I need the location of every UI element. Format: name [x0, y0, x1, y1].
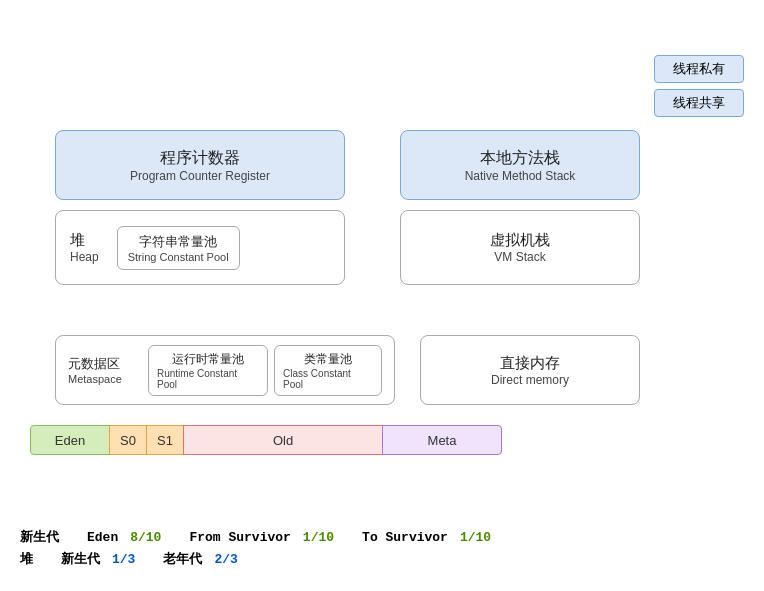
metaspace-box: 元数据区 Metaspace 运行时常量池 Runtime Constant P…: [55, 335, 395, 405]
class-pool-zh: 类常量池: [304, 351, 352, 368]
heap-zh: 堆: [70, 231, 99, 250]
bottom-line1-6: To Survivor: [362, 527, 448, 549]
bottom-text: 新生代 Eden 8/10 From Survivor 1/10 To Surv…: [20, 527, 491, 571]
native-stack-zh: 本地方法栈: [480, 148, 560, 169]
heap-label: 堆 Heap: [70, 231, 99, 264]
class-pool-en: Class Constant Pool: [283, 368, 373, 390]
direct-memory-en: Direct memory: [491, 373, 569, 387]
bottom-line2-3: 1/3: [112, 549, 135, 571]
bottom-line1-4: From Survivor: [189, 527, 290, 549]
bottom-line2-4: 老年代: [163, 549, 202, 571]
native-stack-box: 本地方法栈 Native Method Stack: [400, 130, 640, 200]
bar-eden: Eden: [30, 425, 110, 455]
bottom-line1-2: Eden: [87, 527, 118, 549]
diagram-container: 线程私有 线程共享 程序计数器 Program Counter Register…: [0, 0, 764, 591]
heap-box: 堆 Heap 字符串常量池 String Constant Pool: [55, 210, 345, 285]
bottom-line1-3: 8/10: [130, 527, 161, 549]
string-pool-zh: 字符串常量池: [139, 233, 217, 251]
bar-meta-label: Meta: [428, 433, 457, 448]
legend: 线程私有 线程共享: [654, 55, 744, 117]
bottom-line1-1: 新生代: [20, 527, 59, 549]
metaspace-en: Metaspace: [68, 373, 138, 385]
runtime-pool-box: 运行时常量池 Runtime Constant Pool: [148, 345, 268, 396]
bar-old: Old: [183, 425, 383, 455]
bar-s0: S0: [109, 425, 147, 455]
vm-stack-zh: 虚拟机栈: [490, 231, 550, 250]
legend-shared: 线程共享: [654, 89, 744, 117]
direct-memory-zh: 直接内存: [500, 354, 560, 373]
bottom-line2-5: 2/3: [214, 549, 237, 571]
metaspace-label: 元数据区 Metaspace: [68, 355, 138, 385]
bottom-line1: 新生代 Eden 8/10 From Survivor 1/10 To Surv…: [20, 527, 491, 549]
pc-register-en: Program Counter Register: [130, 169, 270, 183]
bar-s1-label: S1: [157, 433, 173, 448]
vm-stack-box: 虚拟机栈 VM Stack: [400, 210, 640, 285]
legend-private: 线程私有: [654, 55, 744, 83]
string-pool-en: String Constant Pool: [128, 251, 229, 263]
pc-register-box: 程序计数器 Program Counter Register: [55, 130, 345, 200]
runtime-pool-en: Runtime Constant Pool: [157, 368, 259, 390]
bottom-line2-2: 新生代: [61, 549, 100, 571]
vm-stack-en: VM Stack: [494, 250, 545, 264]
bar-s1: S1: [146, 425, 184, 455]
bottom-line2-1: 堆: [20, 549, 33, 571]
bar-old-label: Old: [273, 433, 293, 448]
legend-shared-label: 线程共享: [673, 95, 725, 110]
bottom-line2: 堆 新生代 1/3 老年代 2/3: [20, 549, 491, 571]
direct-memory-box: 直接内存 Direct memory: [420, 335, 640, 405]
bar-s0-label: S0: [120, 433, 136, 448]
memory-bars: Eden S0 S1 Old Meta: [30, 425, 502, 455]
pc-register-zh: 程序计数器: [160, 148, 240, 169]
bottom-line1-7: 1/10: [460, 527, 491, 549]
bottom-line1-5: 1/10: [303, 527, 334, 549]
metaspace-zh: 元数据区: [68, 355, 138, 373]
bar-meta: Meta: [382, 425, 502, 455]
legend-private-label: 线程私有: [673, 61, 725, 76]
class-pool-box: 类常量池 Class Constant Pool: [274, 345, 382, 396]
runtime-pool-zh: 运行时常量池: [172, 351, 244, 368]
native-stack-en: Native Method Stack: [465, 169, 576, 183]
bar-eden-label: Eden: [55, 433, 85, 448]
string-pool-box: 字符串常量池 String Constant Pool: [117, 226, 240, 270]
heap-en: Heap: [70, 250, 99, 264]
